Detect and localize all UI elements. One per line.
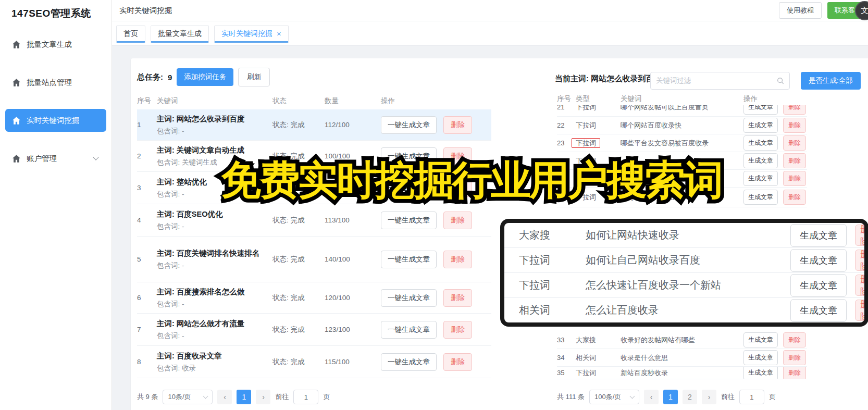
col-count: 数量 bbox=[325, 96, 381, 106]
tab-label: 首页 bbox=[123, 29, 138, 39]
delete-button[interactable]: 删除 bbox=[783, 350, 806, 365]
delete-button[interactable]: 删除 bbox=[443, 353, 472, 371]
generate-article-button[interactable]: 生成文章 bbox=[743, 367, 778, 379]
delete-button[interactable]: 删除 bbox=[855, 275, 868, 296]
page-button-1[interactable]: 1 bbox=[237, 390, 251, 404]
table-row[interactable]: 2 主词: 关键词文章自动生成 包含词: 关键词生成 状态: 完成 100/10… bbox=[137, 141, 491, 172]
generate-article-button[interactable]: 一键生成文章 bbox=[381, 289, 437, 307]
generate-article-button[interactable]: 生成文章 bbox=[790, 299, 847, 322]
close-icon[interactable]: × bbox=[277, 30, 281, 38]
row-no: 5 bbox=[137, 255, 157, 263]
generate-article-button[interactable]: 一键生成文章 bbox=[381, 179, 437, 197]
col-status: 状态 bbox=[272, 96, 325, 106]
delete-button[interactable]: 删除 bbox=[855, 250, 868, 271]
table-row[interactable]: 25 大家搜 生成文章删除 bbox=[557, 170, 807, 188]
generate-article-button[interactable]: 生成文章 bbox=[790, 274, 847, 297]
keyword-pagination: 共 111 条 100条/页 ‹ 1 2 › 前往 页 bbox=[557, 390, 776, 404]
row-no: 35 bbox=[557, 369, 576, 377]
generate-all-button[interactable]: 是否生成:全部 bbox=[801, 72, 861, 90]
delete-button[interactable]: 删除 bbox=[783, 153, 806, 168]
table-row[interactable]: 26 下拉词 如何百度收录网站 生成文章删除 bbox=[557, 188, 807, 207]
delete-button[interactable]: 删除 bbox=[443, 116, 472, 134]
generate-article-button[interactable]: 一键生成文章 bbox=[381, 321, 437, 339]
table-row[interactable]: 4 主词: 百度SEO优化 包含词: - 状态: 完成 113/100 一键生成… bbox=[137, 204, 491, 237]
col-ops: 操作 bbox=[743, 94, 807, 104]
add-task-button[interactable]: 添加挖词任务 bbox=[177, 68, 233, 86]
tab-batch-article[interactable]: 批量文章生成 bbox=[151, 26, 209, 43]
next-page-button[interactable]: › bbox=[702, 390, 716, 404]
table-row[interactable]: 22 下拉词 哪个网站百度收录快 生成文章删除 bbox=[557, 117, 807, 134]
delete-button[interactable]: 删除 bbox=[443, 179, 472, 197]
sidebar-item-realtime-keyword[interactable]: 实时关键词挖掘 bbox=[5, 109, 106, 132]
table-row[interactable]: 1 主词: 网站怎么收录到百度 包含词: - 状态: 完成 112/100 一键… bbox=[137, 109, 491, 141]
delete-button[interactable]: 删除 bbox=[783, 135, 806, 151]
generate-article-button[interactable]: 一键生成文章 bbox=[381, 116, 437, 134]
delete-button[interactable]: 删除 bbox=[443, 289, 472, 307]
tutorial-button[interactable]: 使用教程 bbox=[779, 2, 822, 19]
row-count: 100/100 bbox=[325, 152, 381, 160]
table-row[interactable]: 34 相关词 收录是什么意思 生成文章删除 bbox=[557, 349, 807, 367]
keyword-table-header: 序号 类型 关键词 操作 bbox=[557, 93, 807, 105]
table-row[interactable]: 8 主词: 百度收录文章 包含词: 收录 状态: 完成 115/100 一键生成… bbox=[137, 346, 491, 378]
main-card: 总任务: 9 添加挖词任务 刷新 序号 关键词 状态 数量 操作 1 主词: 网… bbox=[131, 58, 868, 410]
sidebar-item-batch-site[interactable]: 批量站点管理 bbox=[5, 71, 106, 94]
table-row[interactable]: 21 下拉词 哪个网站发帖可以上百度首页 生成文章删除 bbox=[557, 105, 807, 117]
delete-button[interactable]: 删除 bbox=[855, 225, 868, 246]
delete-button[interactable]: 删除 bbox=[443, 212, 472, 229]
generate-article-button[interactable]: 生成文章 bbox=[743, 105, 778, 115]
generate-article-button[interactable]: 生成文章 bbox=[743, 135, 778, 151]
delete-button[interactable]: 删除 bbox=[443, 321, 472, 339]
generate-article-button[interactable]: 生成文章 bbox=[790, 249, 847, 272]
row-no: 3 bbox=[137, 184, 157, 192]
row-type: 下拉词 bbox=[576, 105, 621, 112]
sidebar-item-account[interactable]: 账户管理 bbox=[5, 147, 106, 170]
table-row[interactable]: 3 主词: 整站优化 包含词: - 状态: 完成 一键生成文章删除 bbox=[137, 172, 491, 204]
page-size-select[interactable]: 10条/页 bbox=[163, 390, 213, 404]
tab-realtime-keyword[interactable]: 实时关键词挖掘 × bbox=[214, 26, 289, 43]
generate-article-button[interactable]: 生成文章 bbox=[743, 118, 778, 133]
goto-page-input[interactable] bbox=[293, 390, 318, 404]
generate-article-button[interactable]: 生成文章 bbox=[743, 332, 778, 347]
table-row[interactable]: 6 主词: 百度搜索排名怎么做 包含词: - 状态: 完成 120/100 一键… bbox=[137, 282, 491, 314]
delete-button[interactable]: 删除 bbox=[783, 118, 806, 133]
generate-article-button[interactable]: 一键生成文章 bbox=[381, 353, 437, 371]
next-page-button[interactable]: › bbox=[256, 390, 270, 404]
delete-button[interactable]: 删除 bbox=[443, 147, 472, 165]
table-row[interactable]: 33 大家搜 收录好的发帖网站有哪些 生成文章删除 bbox=[557, 331, 807, 349]
table-row[interactable]: 7 主词: 网站怎么做才有流量 包含词: - 状态: 完成 123/100 一键… bbox=[137, 314, 491, 346]
sidebar-item-batch-article[interactable]: 批量文章生成 bbox=[5, 33, 106, 56]
table-row[interactable]: 24 下拉词 生成文章删除 bbox=[557, 152, 807, 170]
refresh-button[interactable]: 刷新 bbox=[238, 68, 270, 86]
tab-home[interactable]: 首页 bbox=[116, 26, 145, 43]
goto-page-input[interactable] bbox=[739, 390, 764, 404]
delete-button[interactable]: 删除 bbox=[783, 367, 806, 379]
generate-article-button[interactable]: 生成文章 bbox=[743, 350, 778, 365]
delete-button[interactable]: 删除 bbox=[443, 251, 472, 268]
delete-button[interactable]: 删除 bbox=[783, 332, 806, 347]
page-size-select[interactable]: 100条/页 bbox=[589, 390, 639, 404]
delete-button[interactable]: 删除 bbox=[783, 190, 806, 205]
keyword-filter-input[interactable]: 关键词过滤 bbox=[650, 72, 790, 90]
page-button-2[interactable]: 2 bbox=[683, 390, 697, 404]
page-button-1[interactable]: 1 bbox=[663, 390, 678, 404]
generate-article-button[interactable]: 一键生成文章 bbox=[381, 147, 437, 165]
prev-page-button[interactable]: ‹ bbox=[644, 390, 659, 404]
prev-page-button[interactable]: ‹ bbox=[217, 390, 232, 404]
table-row[interactable]: 23 下拉词 哪些平台发文容易被百度收录 生成文章删除 bbox=[557, 134, 807, 152]
generate-article-button[interactable]: 生成文章 bbox=[743, 153, 778, 168]
generate-article-button[interactable]: 生成文章 bbox=[790, 224, 847, 247]
row-keyword: 主词: 百度SEO优化 bbox=[157, 209, 272, 220]
delete-button[interactable]: 删除 bbox=[783, 171, 806, 186]
row-type: 下拉词 bbox=[519, 278, 586, 292]
row-status: 状态: 完成 bbox=[272, 152, 325, 161]
generate-article-button[interactable]: 生成文章 bbox=[743, 171, 778, 186]
delete-button[interactable]: 删除 bbox=[855, 300, 868, 321]
row-type: 大家搜 bbox=[576, 336, 621, 345]
row-no: 34 bbox=[557, 354, 576, 362]
table-row[interactable]: 35 下拉词 新站百度秒收录 生成文章删除 bbox=[557, 367, 807, 379]
generate-article-button[interactable]: 一键生成文章 bbox=[381, 251, 437, 268]
generate-article-button[interactable]: 生成文章 bbox=[743, 190, 778, 205]
delete-button[interactable]: 删除 bbox=[783, 105, 806, 115]
generate-article-button[interactable]: 一键生成文章 bbox=[381, 212, 437, 229]
table-row[interactable]: 5 主词: 百度关键词排名快速排名 包含词: - 状态: 完成 140/100 … bbox=[137, 237, 491, 282]
